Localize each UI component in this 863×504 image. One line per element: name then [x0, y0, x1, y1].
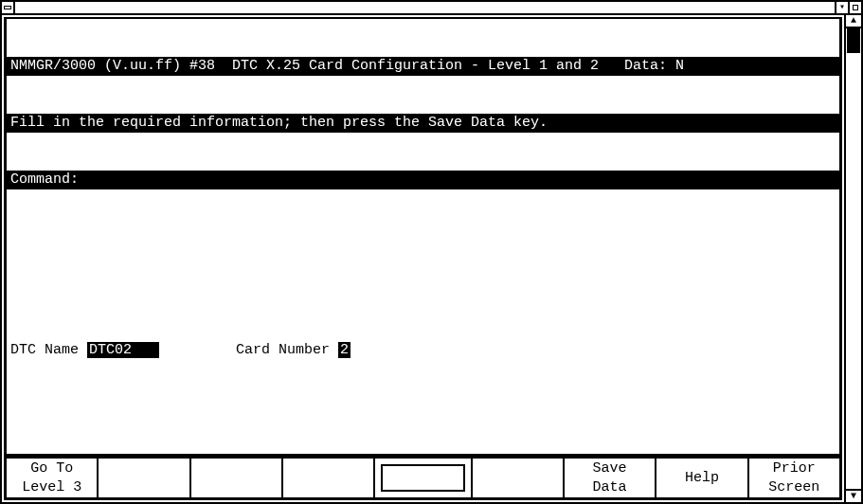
terminal-window: ▾ NMMGR/3000 (V.uu.ff) #38 DTC X.25 Card… — [0, 0, 863, 504]
header-line-1: NMMGR/3000 (V.uu.ff) #38 DTC X.25 Card C… — [7, 57, 839, 76]
softkey-f4[interactable] — [283, 459, 375, 497]
scroll-thumb[interactable] — [847, 28, 860, 53]
softkey-label-top: Go To — [30, 459, 73, 478]
scroll-track[interactable] — [846, 28, 861, 489]
terminal-body: NMMGR/3000 (V.uu.ff) #38 DTC X.25 Card C… — [4, 17, 842, 457]
command-prompt[interactable]: Command: — [7, 171, 839, 189]
softkey-label-bot: Data — [593, 478, 627, 497]
softkeys: Go To Level 3 — [4, 457, 842, 500]
window-titlebar: ▾ — [2, 2, 861, 15]
softkey-f3[interactable] — [191, 459, 283, 497]
window-menu-icon[interactable] — [2, 2, 15, 13]
header-line-2: Fill in the required information; then p… — [7, 114, 839, 133]
softkey-f5[interactable] — [473, 459, 565, 497]
softkey-label-bot: Screen — [768, 478, 819, 497]
card-number-field[interactable]: 2 — [338, 342, 351, 358]
softkey-f2[interactable] — [99, 459, 190, 497]
softkey-f8[interactable]: Prior Screen — [749, 459, 839, 497]
vertical-scrollbar[interactable]: ▲ ▼ — [846, 15, 861, 502]
softkey-f7[interactable]: Help — [656, 459, 748, 497]
softkey-label-top: Save — [593, 459, 627, 478]
window-maximize-icon[interactable] — [848, 2, 861, 13]
softkey-label-bot: Level 3 — [22, 478, 81, 497]
titlebar-spacer — [15, 2, 835, 13]
scroll-down-icon[interactable]: ▼ — [846, 489, 861, 502]
softkey-label-top: Help — [685, 469, 719, 488]
softkey-label-top: Prior — [773, 459, 816, 478]
softkey-f1[interactable]: Go To Level 3 — [7, 459, 99, 497]
window-minimize-icon[interactable]: ▾ — [835, 2, 848, 13]
dtc-name-label: DTC Name — [10, 342, 79, 358]
scroll-up-icon[interactable]: ▲ — [846, 15, 861, 28]
dtc-name-field[interactable]: DTC02 — [87, 342, 159, 358]
dtc-row: DTC Name DTC02 Card Number 2 — [10, 322, 836, 341]
card-number-label: Card Number — [236, 342, 330, 358]
softkey-f6[interactable]: Save Data — [565, 459, 656, 497]
main-area: NMMGR/3000 (V.uu.ff) #38 DTC X.25 Card C… — [2, 15, 846, 502]
softkey-separator — [375, 459, 472, 497]
